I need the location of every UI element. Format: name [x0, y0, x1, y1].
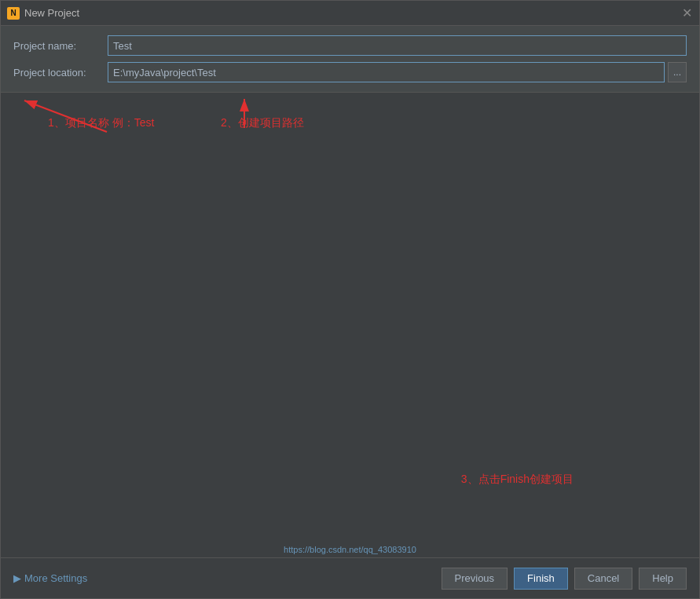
help-button[interactable]: Help	[639, 568, 687, 590]
bottom-bar: ▶ More Settings Previous Finish Cancel H…	[1, 557, 699, 598]
annotation-3: 3、点击Finish创建项目	[461, 473, 574, 487]
title-bar: N New Project ✕	[1, 1, 699, 26]
project-name-label: Project name:	[13, 40, 108, 52]
new-project-dialog: N New Project ✕ Project name: Project lo…	[0, 0, 700, 599]
project-name-row: Project name:	[13, 35, 687, 56]
app-icon: N	[7, 7, 20, 20]
more-settings-label: More Settings	[24, 572, 87, 584]
previous-button[interactable]: Previous	[442, 568, 508, 590]
watermark: https://blog.csdn.net/qq_43083910	[1, 545, 699, 554]
arrows-overlay	[1, 93, 699, 557]
chevron-icon: ▶	[13, 572, 21, 584]
close-button[interactable]: ✕	[680, 7, 693, 20]
cancel-button[interactable]: Cancel	[574, 568, 632, 590]
svg-line-1	[24, 100, 107, 132]
more-settings-link[interactable]: ▶ More Settings	[13, 572, 87, 584]
annotation-1: 1、项目名称 例：Test	[48, 116, 154, 130]
finish-button[interactable]: Finish	[514, 568, 568, 590]
project-location-label: Project location:	[13, 67, 108, 79]
content-area: 1、项目名称 例：Test 2、创建项目路径 3、点击Finish创建项目 ht…	[1, 93, 699, 557]
annotation-2: 2、创建项目路径	[221, 116, 304, 130]
buttons-right: Previous Finish Cancel Help	[442, 568, 687, 590]
project-name-input[interactable]	[108, 35, 687, 56]
title-bar-left: N New Project	[7, 7, 79, 20]
browse-button[interactable]: ...	[668, 62, 687, 82]
project-name-input-wrapper	[108, 35, 687, 56]
project-location-input[interactable]	[108, 62, 665, 82]
project-location-row: Project location: ...	[13, 62, 687, 82]
project-location-input-wrapper: ...	[108, 62, 687, 82]
form-area: Project name: Project location: ...	[1, 26, 699, 93]
window-title: New Project	[24, 7, 79, 19]
